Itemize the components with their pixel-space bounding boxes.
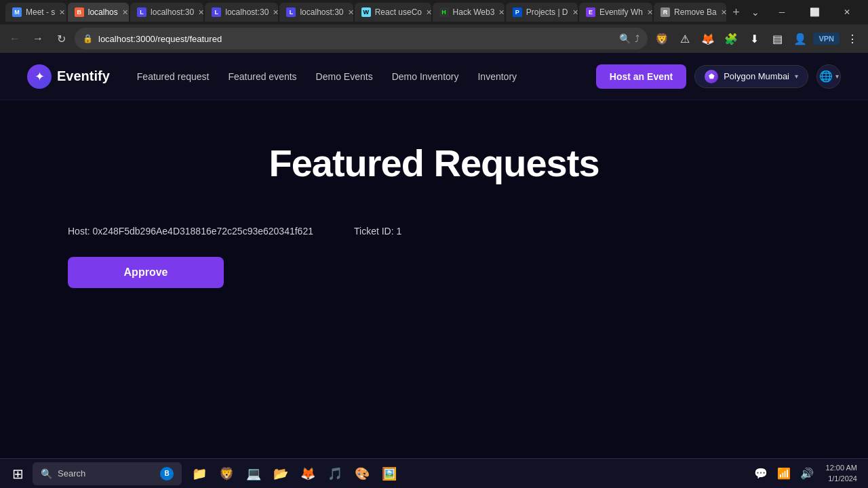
tab-close-localhost4[interactable]: ✕ xyxy=(348,8,353,17)
forward-button[interactable]: → xyxy=(28,29,47,48)
nav-demo-inventory[interactable]: Demo Inventory xyxy=(392,71,459,82)
taskbar-app-spotify[interactable]: 🎵 xyxy=(323,462,347,486)
tab-close-localhost2[interactable]: ✕ xyxy=(198,8,203,17)
logo-area[interactable]: ✦ Eventify xyxy=(27,64,110,89)
tab-close-localhost-active[interactable]: ✕ xyxy=(122,8,128,17)
taskbar-app-browser[interactable]: 🦊 xyxy=(296,462,320,486)
new-tab-button[interactable]: + xyxy=(728,3,745,22)
tab-remove[interactable]: R Remove Ba ✕ xyxy=(654,3,726,22)
tab-hack[interactable]: H Hack Web3 ✕ xyxy=(433,3,505,22)
sidebar-icon[interactable]: ▤ xyxy=(767,28,787,49)
toolbar-icons: 🦁 ⚠ 🦊 🧩 ⬇ ▤ 👤 VPN ⋮ xyxy=(652,28,863,49)
navbar-right: Host an Event ⬟ Polygon Mumbai ▾ 🌐 ▾ xyxy=(596,64,841,89)
tab-label-eventify: Eventify Wh xyxy=(599,7,643,17)
close-button[interactable]: ✕ xyxy=(831,3,863,22)
bing-icon: B xyxy=(160,467,174,481)
clock-time: 12:00 AM xyxy=(826,463,857,473)
tab-localhost4[interactable]: L localhost:30 ✕ xyxy=(279,3,353,22)
tab-close-hack[interactable]: ✕ xyxy=(498,8,504,17)
tab-close-localhost3[interactable]: ✕ xyxy=(273,8,278,17)
search-address-icon[interactable]: 🔍 xyxy=(619,33,631,44)
tab-label-localhost2: localhost:30 xyxy=(151,7,194,17)
tab-react[interactable]: W React useCo ✕ xyxy=(355,3,431,22)
tab-list-button[interactable]: ⌄ xyxy=(746,3,765,22)
taskbar-app-preview[interactable]: 🖼️ xyxy=(377,462,401,486)
puzzle-icon[interactable]: 🧩 xyxy=(721,28,741,49)
nav-demo-events[interactable]: Demo Events xyxy=(316,71,373,82)
tab-localhost2[interactable]: L localhost:30 ✕ xyxy=(130,3,203,22)
sys-tray-chat-icon[interactable]: 💬 xyxy=(751,464,770,483)
tab-close-meet[interactable]: ✕ xyxy=(59,8,65,17)
polygon-network-button[interactable]: ⬟ Polygon Mumbai ▾ xyxy=(694,65,808,88)
app-content: ✦ Eventify Featured request Featured eve… xyxy=(0,53,868,458)
taskbar-app-brave[interactable]: 🦁 xyxy=(214,462,239,486)
sys-tray-wifi-icon[interactable]: 📶 xyxy=(774,464,793,483)
tab-close-react[interactable]: ✕ xyxy=(426,8,431,17)
tab-projects[interactable]: P Projects | D ✕ xyxy=(506,3,578,22)
download-icon[interactable]: ⬇ xyxy=(744,28,764,49)
fox-icon[interactable]: 🦊 xyxy=(698,28,718,49)
tab-meet[interactable]: M Meet - s ✕ xyxy=(5,3,66,22)
page-title: Featured Requests xyxy=(68,141,800,185)
tab-close-eventify[interactable]: ✕ xyxy=(647,8,652,17)
tab-favicon-eventify: E xyxy=(586,7,595,17)
request-info: Host: 0x248F5db296Ae4D318816e72c25c93e62… xyxy=(68,226,800,237)
alert-icon[interactable]: ⚠ xyxy=(675,28,695,49)
polygon-network-label: Polygon Mumbai xyxy=(724,71,789,81)
profile-icon[interactable]: 👤 xyxy=(790,28,810,49)
tab-eventify[interactable]: E Eventify Wh ✕ xyxy=(579,3,652,22)
globe-button[interactable]: 🌐 ▾ xyxy=(816,64,841,89)
tab-favicon-react: W xyxy=(361,7,371,17)
tab-localhost-active[interactable]: B localhos ✕ xyxy=(68,3,129,22)
globe-chevron-icon: ▾ xyxy=(835,73,839,80)
bing-label: B xyxy=(164,470,169,477)
polygon-chevron-icon: ▾ xyxy=(795,73,798,80)
taskbar-search-icon: 🔍 xyxy=(41,468,52,479)
tab-close-remove[interactable]: ✕ xyxy=(721,8,726,17)
minimize-button[interactable]: ─ xyxy=(766,3,797,22)
taskbar-clock[interactable]: 12:00 AM 1/1/2024 xyxy=(821,460,863,487)
taskbar-search-box[interactable]: 🔍 Search B xyxy=(33,462,182,485)
tab-favicon-hack: H xyxy=(439,7,449,17)
taskbar-app-folder[interactable]: 📂 xyxy=(269,462,293,486)
approve-button[interactable]: Approve xyxy=(68,257,224,288)
lock-icon: 🔒 xyxy=(83,34,93,43)
logo-icon: ✦ xyxy=(27,64,52,89)
tab-favicon-meet: M xyxy=(12,7,22,17)
start-button[interactable]: ⊞ xyxy=(5,462,30,486)
tab-localhost3[interactable]: L localhost:30 ✕ xyxy=(205,3,278,22)
tab-label-localhost4: localhost:30 xyxy=(300,7,343,17)
address-bar-icons: 🔍 ⤴ xyxy=(619,33,639,44)
brave-shield-icon[interactable]: 🦁 xyxy=(652,28,672,49)
host-event-button[interactable]: Host an Event xyxy=(596,64,686,89)
share-icon[interactable]: ⤴ xyxy=(635,33,639,44)
nav-inventory[interactable]: Inventory xyxy=(477,71,517,82)
back-button[interactable]: ← xyxy=(5,29,24,48)
nav-featured-events[interactable]: Featured events xyxy=(228,71,296,82)
address-bar[interactable]: 🔒 localhost:3000/request/featured 🔍 ⤴ xyxy=(75,28,648,49)
tab-label-meet: Meet - s xyxy=(26,7,55,17)
menu-icon[interactable]: ⋮ xyxy=(842,28,863,49)
tab-close-projects[interactable]: ✕ xyxy=(572,8,578,17)
vpn-badge[interactable]: VPN xyxy=(813,33,840,45)
url-display: localhost:3000/request/featured xyxy=(98,34,614,44)
maximize-button[interactable]: ⬜ xyxy=(799,3,830,22)
taskbar-app-figma[interactable]: 🎨 xyxy=(350,462,374,486)
taskbar-app-vscode[interactable]: 💻 xyxy=(241,462,266,486)
sys-tray-volume-icon[interactable]: 🔊 xyxy=(797,464,816,483)
clock-date: 1/1/2024 xyxy=(826,474,857,484)
tab-favicon-localhost3: L xyxy=(212,7,221,17)
tab-favicon-localhost-active: B xyxy=(75,7,84,17)
tab-favicon-projects: P xyxy=(513,7,522,17)
globe-icon: 🌐 xyxy=(819,70,833,83)
tab-bar: M Meet - s ✕ B localhos ✕ L localhost:30… xyxy=(0,0,868,24)
tab-favicon-localhost2: L xyxy=(137,7,146,17)
tab-label-hack: Hack Web3 xyxy=(453,7,495,17)
ticket-id: Ticket ID: 1 xyxy=(354,226,401,237)
reload-button[interactable]: ↻ xyxy=(52,29,71,48)
nav-featured-request[interactable]: Featured request xyxy=(137,71,210,82)
taskbar-app-file-explorer[interactable]: 📁 xyxy=(187,462,212,486)
window-controls: ─ ⬜ ✕ xyxy=(766,3,863,22)
navbar: ✦ Eventify Featured request Featured eve… xyxy=(0,53,868,100)
polygon-logo-icon: ⬟ xyxy=(705,70,718,83)
